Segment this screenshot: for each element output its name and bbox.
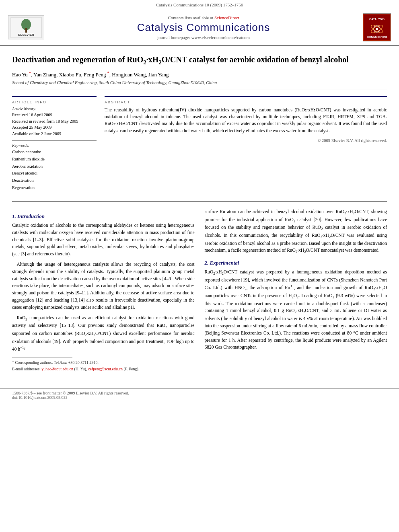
footnote-divider: [12, 357, 72, 357]
section1-heading: 1. Introduction: [12, 213, 195, 220]
journal-title: Catalysis Communications: [48, 21, 359, 34]
article-info-abstract-row: ARTICLE INFO Article history: Received 1…: [12, 96, 387, 195]
svg-text:CATALYSIS: CATALYSIS: [369, 18, 385, 21]
elsevier-logo: ELSEVIER: [8, 15, 44, 39]
elsevier-logo-area: ELSEVIER: [8, 15, 48, 39]
journal-homepage: journal homepage: www.elsevier.com/locat…: [48, 35, 359, 40]
citation-bar: Catalysis Communications 10 (2009) 1752–…: [0, 0, 399, 9]
keywords-heading: Keywords:: [12, 143, 97, 148]
page-wrapper: Catalysis Communications 10 (2009) 1752–…: [0, 0, 399, 402]
abstract-label: ABSTRACT: [105, 100, 387, 104]
section1-p2: Although the usage of heterogeneous cata…: [12, 261, 195, 311]
available-date: Available online 2 June 2009: [12, 131, 97, 137]
journal-logo-area: CATALYSIS COMMUNICATIONS: [359, 13, 391, 41]
article-title-section: Deactivation and regeneration of RuO2·xH…: [12, 46, 387, 90]
accepted-date: Accepted 25 May 2009: [12, 124, 97, 131]
footnote-email: E-mail addresses: yuhao@scut.edu.cn (H. …: [12, 366, 195, 372]
section2-p1: RuO2·xH2O/CNT catalyst was prepared by a…: [205, 269, 387, 351]
received-date: Received 16 April 2009: [12, 112, 97, 118]
citation-text: Catalysis Communications 10 (2009) 1752–…: [156, 2, 243, 7]
section1-p1: Catalytic oxidation of alcohols to the c…: [12, 222, 195, 258]
article-title: Deactivation and regeneration of RuO2·xH…: [12, 54, 387, 67]
keyword-2: Ruthenium dioxide: [12, 156, 97, 163]
keyword-1: Carbon nanotube: [12, 148, 97, 156]
email-link-1[interactable]: yuhao@scut.edu.cn: [41, 367, 73, 371]
svg-rect-2: [25, 28, 27, 33]
journal-title-area: Contents lists available at ScienceDirec…: [48, 15, 359, 40]
body-two-col: 1. Introduction Catalytic oxidation of a…: [12, 208, 387, 372]
email-link-2[interactable]: cefpeng@scut.edu.cn: [88, 367, 123, 371]
footer-doi: doi:10.1016/j.catcom.2009.05.022: [12, 395, 387, 400]
revised-date: Received in revised form 18 May 2009: [12, 118, 97, 125]
history-heading: Article history:: [12, 107, 97, 111]
footer-issn: 1566-7367/$ – see front matter © 2009 El…: [12, 391, 387, 395]
section1-right-p1: surface Ru atom can be achieved in benzy…: [205, 208, 387, 255]
sciencedirect-text: Contents lists available at ScienceDirec…: [48, 15, 359, 20]
section1-text: Catalytic oxidation of alcohols to the c…: [12, 222, 195, 353]
footnote-star: * Corresponding authors. Tel./fax: +86 2…: [12, 359, 195, 366]
keyword-4: Benzyl alcohol: [12, 170, 97, 177]
svg-text:COMMUNICATIONS: COMMUNICATIONS: [366, 36, 387, 38]
svg-point-8: [376, 28, 378, 30]
keyword-5: Deactivation: [12, 177, 97, 184]
copyright-text: © 2009 Elsevier B.V. All rights reserved…: [105, 138, 387, 143]
sciencedirect-link[interactable]: ScienceDirect: [214, 15, 239, 20]
catalysis-journal-logo: CATALYSIS COMMUNICATIONS: [363, 13, 391, 41]
footnote-text: * Corresponding authors. Tel./fax: +86 2…: [12, 359, 195, 372]
affiliation: School of Chemistry and Chemical Enginee…: [12, 80, 387, 85]
article-history: Article history: Received 16 April 2009 …: [12, 107, 97, 137]
article-info-box: ARTICLE INFO Article history: Received 1…: [12, 96, 97, 191]
abstract-col: ABSTRACT The reusability of hydrous ruth…: [105, 96, 387, 195]
article-content: Deactivation and regeneration of RuO2·xH…: [0, 46, 399, 380]
page-footer: 1566-7367/$ – see front matter © 2009 El…: [0, 388, 399, 402]
section1-right-text: surface Ru atom can be achieved in benzy…: [205, 208, 387, 255]
authors: Hao Yu *, Yan Zhang, Xiaobo Fu, Feng Pen…: [12, 71, 387, 78]
abstract-section: ABSTRACT The reusability of hydrous ruth…: [105, 96, 387, 143]
keyword-3: Aerobic oxidation: [12, 163, 97, 170]
keywords-section: Keywords: Carbon nanotube Ruthenium diox…: [12, 140, 97, 191]
abstract-text: The reusability of hydrous ruthenium(IV)…: [105, 107, 387, 134]
journal-header: ELSEVIER Contents lists available at Sci…: [0, 9, 399, 46]
section2-heading: 2. Experimental: [205, 260, 387, 266]
section1-p3: RuO2 nanoparticles can be used as an eff…: [12, 314, 195, 353]
body-col-left: 1. Introduction Catalytic oxidation of a…: [12, 208, 195, 372]
svg-text:ELSEVIER: ELSEVIER: [18, 33, 34, 37]
keyword-6: Regeneration: [12, 184, 97, 191]
article-info-label: ARTICLE INFO: [12, 100, 97, 104]
section2-text: RuO2·xH2O/CNT catalyst was prepared by a…: [205, 269, 387, 351]
body-divider: [12, 201, 387, 202]
article-info-col: ARTICLE INFO Article history: Received 1…: [12, 96, 97, 195]
body-col-right: surface Ru atom can be achieved in benzy…: [205, 208, 387, 372]
